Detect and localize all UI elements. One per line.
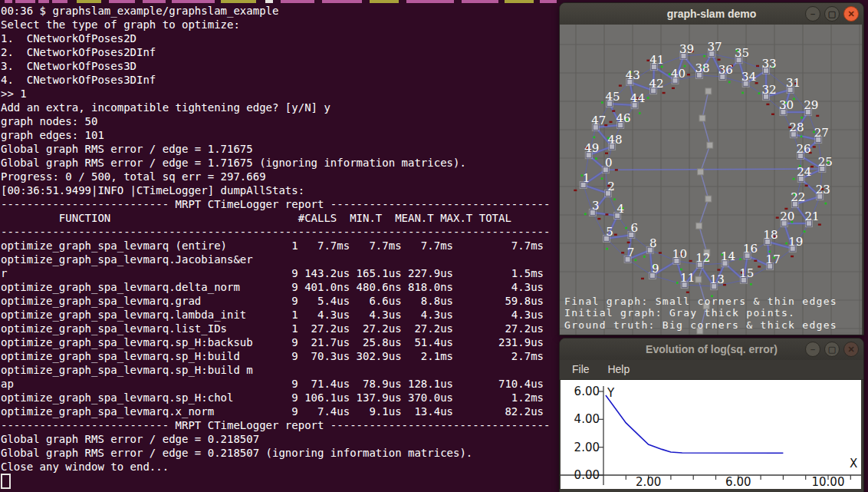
terminal-line: >> 1 xyxy=(1,87,550,101)
node-id-label: 5 xyxy=(606,225,613,239)
x-tick-label: 10.00 xyxy=(812,475,845,489)
node-id-label: 12 xyxy=(695,251,710,265)
terminal-line: optimize_graph_spa_levmarq.delta_norm 9 … xyxy=(1,280,550,294)
red-marker-dot xyxy=(614,234,617,236)
node-id-label: 36 xyxy=(718,63,733,77)
terminal-line: optimize_graph_spa_levmarq.sp_H:backsub … xyxy=(1,335,550,349)
green-marker-dot xyxy=(739,258,741,260)
green-marker-dot xyxy=(595,157,597,160)
terminal-line: graph nodes: 50 xyxy=(1,114,550,128)
node-id-label: 43 xyxy=(626,68,640,82)
green-marker-dot xyxy=(758,92,761,94)
node-id-label: 40 xyxy=(671,67,686,81)
red-marker-dot xyxy=(686,292,689,293)
close-button[interactable]: ✕ xyxy=(843,342,859,357)
graphslam-titlebar[interactable]: graph-slam demo –▢✕ xyxy=(560,3,863,25)
error-plot-titlebar[interactable]: Evolution of log(sq. error) –▢✕ xyxy=(560,338,863,360)
node-id-label: 34 xyxy=(741,70,756,84)
node-id-label: 44 xyxy=(630,91,645,105)
terminal-line: Add an extra, incompatible tightening ed… xyxy=(1,101,550,114)
clipped-text-fragment xyxy=(540,0,557,3)
clipped-text-fragment xyxy=(109,0,135,3)
error-plot-window-title: Evolution of log(sq. error) xyxy=(646,343,778,355)
node-id-label: 45 xyxy=(605,90,620,104)
node-id-label: 19 xyxy=(788,235,803,249)
red-marker-dot xyxy=(672,88,675,89)
legend-line: Ground truth: Big corners & thick edges xyxy=(564,319,837,332)
green-marker-dot xyxy=(601,177,603,180)
red-marker-dot xyxy=(627,242,630,243)
terminal-line: ap 9 71.4us 78.9us 128.1us 710.4us xyxy=(1,377,550,391)
terminal-line: -------------------------- MRPT CTimeLog… xyxy=(1,197,550,211)
green-marker-dot xyxy=(703,55,705,58)
maximize-button[interactable]: ▢ xyxy=(824,6,840,21)
y-tick-label: 4.00 xyxy=(574,412,600,426)
node-id-label: 29 xyxy=(804,98,818,112)
clipped-text-fragment xyxy=(281,0,314,3)
clipped-text-fragment xyxy=(15,0,35,3)
green-marker-dot xyxy=(613,198,616,200)
graph-3d-view[interactable]: 0123456789101112131415161718192021222324… xyxy=(560,25,862,335)
terminal-line: -------------------------- MRPT CTimeLog… xyxy=(1,418,550,432)
clipped-text-fragment xyxy=(221,0,256,3)
red-marker-dot xyxy=(689,260,692,262)
node-id-label: 17 xyxy=(766,253,781,266)
green-marker-dot xyxy=(728,81,731,84)
error-plot-area[interactable]: 2.006.0010.000.002.004.006.00YX xyxy=(561,380,861,489)
node-id-label: 32 xyxy=(761,83,776,97)
terminal-output: 00:36 $ graphslam_example/graphslam_exam… xyxy=(1,4,550,474)
minimize-button[interactable]: – xyxy=(805,6,820,21)
terminal-line: optimize_graph_spa_levmarq.list_IDs 1 27… xyxy=(1,322,550,335)
node-id-label: 46 xyxy=(616,111,631,125)
green-marker-dot xyxy=(824,203,827,205)
y-tick-label: 0.00 xyxy=(574,468,600,482)
red-marker-dot xyxy=(621,252,624,253)
node-id-label: 14 xyxy=(721,249,735,263)
red-marker-dot xyxy=(805,185,808,187)
close-button[interactable]: ✕ xyxy=(843,6,859,21)
red-marker-dot xyxy=(605,213,608,215)
terminal-line: 00:36 $ graphslam_example/graphslam_exam… xyxy=(1,4,550,18)
red-marker-dot xyxy=(612,110,615,111)
terminal-line: graph edges: 101 xyxy=(1,128,550,142)
red-marker-dot xyxy=(758,266,761,267)
menu-file[interactable]: File xyxy=(569,363,593,375)
desktop: 00:36 $ graphslam_example/graphslam_exam… xyxy=(0,0,868,492)
node-id-label: 24 xyxy=(797,165,811,179)
node-id-label: 1 xyxy=(583,171,590,185)
init-graph-point xyxy=(698,169,704,175)
init-graph-point xyxy=(696,223,702,229)
legend-line: Initial graph: Gray thick points. xyxy=(564,307,837,319)
green-marker-dot xyxy=(593,136,596,138)
node-id-label: 33 xyxy=(761,57,776,71)
terminal-line: Global graph RMS error / edge = 1.71675 xyxy=(1,142,550,156)
green-marker-dot xyxy=(639,112,641,114)
terminal-line: 1. CNetworkOfPoses2D xyxy=(1,31,550,45)
graph-legend-text: Final graph: Small corners & thin edgesI… xyxy=(564,296,837,332)
menu-help[interactable]: Help xyxy=(604,363,633,375)
graph-chord-edge xyxy=(584,185,593,213)
x-tick-label: 2.00 xyxy=(636,475,661,489)
node-id-label: 0 xyxy=(605,156,613,170)
terminal-line: ----------------------------------------… xyxy=(1,225,550,239)
green-marker-dot xyxy=(601,101,603,104)
error-plot-menubar: File Help xyxy=(560,360,863,380)
init-graph-point xyxy=(707,142,713,148)
error-plot-canvas[interactable]: 2.006.0010.000.002.004.006.00YX xyxy=(561,380,861,489)
maximize-button[interactable]: ▢ xyxy=(824,342,840,357)
minimize-button[interactable]: – xyxy=(805,342,820,357)
node-id-label: 9 xyxy=(652,262,659,276)
init-graph-edge xyxy=(702,118,710,145)
node-id-label: 7 xyxy=(627,246,635,259)
terminal-line: [00:36:51.9499|INFO |CTimeLogger] dumpAl… xyxy=(1,183,550,197)
error-plot-window-controls: –▢✕ xyxy=(805,342,859,357)
graph-canvas[interactable]: 0123456789101112131415161718192021222324… xyxy=(560,25,862,335)
init-graph-point xyxy=(695,276,702,282)
green-marker-dot xyxy=(680,269,682,271)
terminal-line: Global graph RMS error / edge = 0.218507 xyxy=(1,432,550,446)
init-graph-point xyxy=(699,115,705,121)
y-tick-label: 2.00 xyxy=(574,441,600,454)
red-marker-dot xyxy=(717,269,720,270)
green-marker-dot xyxy=(625,227,627,229)
node-id-label: 27 xyxy=(814,126,829,140)
